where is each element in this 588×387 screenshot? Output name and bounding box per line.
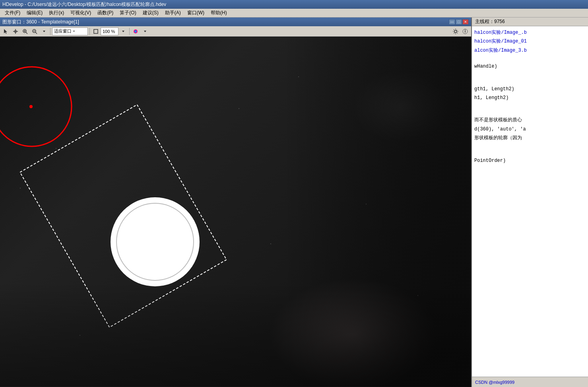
menu-op[interactable]: 算子(O) [116, 9, 139, 17]
image-background [0, 37, 471, 387]
code-body: halcon实验/Image_.b halcon实验/Image_01 alco… [472, 26, 588, 377]
svg-marker-0 [4, 29, 7, 34]
image-window-controls: — □ ✕ [449, 19, 469, 25]
svg-marker-16 [144, 31, 146, 32]
svg-point-15 [134, 30, 137, 33]
speckle [80, 335, 80, 336]
image-view-panel: 图形窗口：3600 - TemplateImage[1] — □ ✕ [0, 18, 471, 387]
footer-link: CSDN @mlxg99999 [475, 380, 514, 385]
tool-pointer[interactable] [2, 27, 10, 35]
menu-window[interactable]: 窗口(W) [184, 9, 208, 17]
speckle [20, 188, 21, 189]
code-panel: 主线程：9756 halcon实验/Image_.b halcon实验/Imag… [471, 18, 588, 387]
code-line-4: wHandle) [474, 62, 586, 70]
code-line-5: gth1, Length2) [474, 85, 586, 93]
svg-marker-11 [43, 31, 45, 32]
settings-icon-btn[interactable] [451, 27, 460, 35]
code-line-8: d(360), 'auto', 'a [474, 125, 586, 133]
app-title: HDevelop - C:/Users/途远小六/Desktop/模板匹配/ha… [2, 1, 166, 8]
code-line-3: alcon实验/Image_3.b [474, 47, 586, 54]
code-text-9: 形状模板的轮廓（因为 [474, 135, 522, 141]
image-minimize-button[interactable]: — [449, 19, 455, 25]
menu-bar: 文件(F) 编辑(E) 执行(x) 可视化(V) 函数(P) 算子(O) 建议(… [0, 9, 588, 18]
content-area: 图形窗口：3600 - TemplateImage[1] — □ ✕ [0, 18, 588, 387]
code-text-5: gth1, Length2) [474, 86, 514, 92]
footer-bar: CSDN @mlxg99999 [472, 377, 588, 387]
zoom-level-value: 100 % [103, 29, 115, 34]
code-line-10: PointOrder) [474, 157, 586, 165]
speckle [366, 204, 367, 204]
image-close-button[interactable]: ✕ [462, 19, 469, 25]
speckle [270, 243, 271, 244]
image-window-toolbar: 适应窗口 ▾ 100 % [0, 26, 471, 37]
code-line-2: halcon实验/Image_01 [474, 37, 586, 45]
image-maximize-button[interactable]: □ [456, 19, 462, 25]
code-line-blank-1 [474, 55, 586, 62]
code-line-6: h1, Length2) [474, 94, 586, 102]
code-line-7: 而不是形状模板的质心 [474, 116, 586, 124]
code-text-8: d(360), 'auto', 'a [474, 126, 526, 132]
fit-window-label: 适应窗口 [54, 28, 72, 34]
code-text-6: h1, Length2) [474, 95, 508, 101]
code-text-2: halcon实验/Image_01 [474, 39, 527, 44]
toolbar-separator-1 [50, 28, 50, 35]
code-text-3: alcon实验/Image_3.b [474, 48, 527, 53]
tool-zoom-in[interactable] [21, 27, 29, 35]
code-line-9: 形状模板的轮廓（因为 [474, 134, 586, 142]
toolbar-separator-2 [89, 28, 90, 35]
svg-line-9 [35, 32, 37, 34]
svg-rect-12 [94, 29, 98, 33]
info-icon-btn[interactable] [461, 27, 470, 35]
tool-zoom-out[interactable] [30, 27, 39, 35]
toolbar-separator-3 [129, 28, 130, 35]
speckle [239, 108, 239, 109]
svg-line-5 [26, 32, 27, 34]
zoom-level-input[interactable]: 100 % [101, 27, 118, 35]
hdevelop-app: HDevelop - C:/Users/途远小六/Desktop/模板匹配/ha… [0, 0, 588, 387]
speckle [417, 295, 418, 296]
tool-zoom-dropdown[interactable] [40, 27, 49, 35]
code-line-1: halcon实验/Image_.b [474, 29, 586, 37]
image-window: 图形窗口：3600 - TemplateImage[1] — □ ✕ [0, 18, 471, 387]
code-text-7: 而不是形状模板的质心 [474, 117, 522, 123]
menu-func[interactable]: 函数(P) [94, 9, 116, 17]
image-window-titlebar: 图形窗口：3600 - TemplateImage[1] — □ ✕ [0, 18, 471, 26]
svg-point-17 [454, 30, 457, 33]
code-line-blank-4 [474, 143, 586, 156]
code-text-4: wHandle) [474, 64, 497, 69]
svg-point-20 [465, 29, 466, 30]
menu-file[interactable]: 文件(F) [2, 9, 23, 17]
zoom-frame-btn[interactable] [91, 27, 100, 35]
zoom-group: 100 % [91, 27, 128, 35]
main-thread-label: 主线程：9756 [472, 18, 588, 26]
menu-suggest[interactable]: 建议(S) [140, 9, 162, 17]
menu-help[interactable]: 帮助(H) [208, 9, 230, 17]
image-window-title: 图形窗口：3600 - TemplateImage[1] [2, 19, 79, 25]
tool-crosshair[interactable] [11, 27, 20, 35]
toolbar-right-icons [451, 27, 470, 35]
code-text-10: PointOrder) [474, 158, 506, 163]
menu-assist[interactable]: 助手(A) [162, 9, 184, 17]
fit-window-arrow: ▾ [73, 29, 75, 33]
code-line-blank-3 [474, 103, 586, 115]
menu-run[interactable]: 执行(x) [46, 9, 67, 17]
speckle [56, 148, 56, 149]
speckle [298, 76, 299, 77]
zoom-dropdown-btn[interactable] [119, 27, 128, 35]
menu-edit[interactable]: 编辑(E) [23, 9, 46, 17]
color-dropdown-btn[interactable] [141, 27, 149, 35]
code-line-blank-2 [474, 72, 586, 84]
app-titlebar: HDevelop - C:/Users/途远小六/Desktop/模板匹配/ha… [0, 0, 588, 9]
color-tool-btn[interactable] [131, 27, 140, 35]
code-text-1: halcon实验/Image_.b [474, 30, 527, 35]
image-canvas[interactable] [0, 37, 471, 387]
menu-visual[interactable]: 可视化(V) [67, 9, 94, 17]
fit-window-dropdown[interactable]: 适应窗口 ▾ [52, 27, 88, 35]
svg-marker-13 [122, 31, 124, 32]
main-thread-text: 主线程：9756 [475, 18, 505, 25]
